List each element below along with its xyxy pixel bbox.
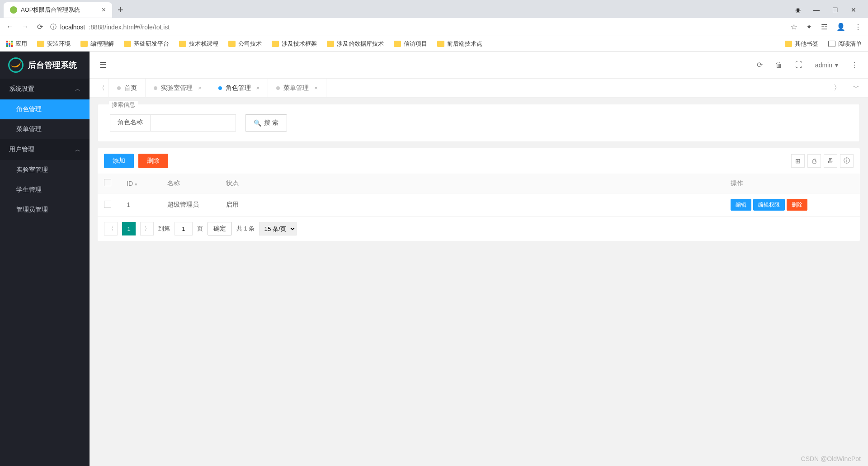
close-tab-icon[interactable]: × <box>198 85 202 91</box>
minimize-icon[interactable]: — <box>813 6 820 14</box>
account-icon[interactable]: ◉ <box>795 6 801 14</box>
bookmark-item[interactable]: 公司技术 <box>228 40 262 48</box>
tab-role[interactable]: 角色管理× <box>210 79 269 97</box>
favicon <box>10 6 17 14</box>
extensions-icon[interactable]: ✦ <box>806 23 812 31</box>
delete-button[interactable]: 删除 <box>138 154 168 168</box>
page-tabs: 〈 首页 实验室管理× 角色管理× 菜单管理× 〉 ﹀ <box>90 79 868 98</box>
svg-rect-5 <box>11 43 13 45</box>
sidebar-group-user[interactable]: 用户管理 ︿ <box>0 139 90 160</box>
bookmark-item[interactable]: 基础研发平台 <box>124 40 169 48</box>
maximize-icon[interactable]: ☐ <box>832 6 838 14</box>
field-label-role-name: 角色名称 <box>110 114 150 132</box>
close-tab-icon[interactable]: × <box>256 85 260 91</box>
star-icon[interactable]: ☆ <box>791 23 797 31</box>
sidebar-item-menu[interactable]: 菜单管理 <box>0 119 90 139</box>
tabs-scroll-right-icon[interactable]: 〉 <box>831 83 844 93</box>
cell-name: 超级管理员 <box>161 193 220 217</box>
folder-icon <box>437 41 444 47</box>
bookmark-item[interactable]: 信访项目 <box>394 40 427 48</box>
edit-perm-button[interactable]: 编辑权限 <box>753 199 785 211</box>
info-icon[interactable]: ⓘ <box>50 23 57 31</box>
role-name-input[interactable] <box>150 114 236 132</box>
bookmark-item[interactable]: 安装环境 <box>37 40 71 48</box>
export-icon[interactable]: ⎙ <box>807 154 821 168</box>
per-page-select[interactable]: 15 条/页 <box>259 222 297 235</box>
folder-icon <box>80 41 88 47</box>
profile-icon[interactable]: 👤 <box>836 23 845 31</box>
sort-icon[interactable]: ♦ <box>135 181 137 187</box>
browser-tab[interactable]: AOP权限后台管理系统 × <box>4 2 112 18</box>
tabs-scroll-left-icon[interactable]: 〈 <box>95 84 108 92</box>
add-button[interactable]: 添加 <box>104 154 134 168</box>
chevron-up-icon: ︿ <box>75 146 80 154</box>
page-number[interactable]: 1 <box>122 222 136 235</box>
bookmark-item[interactable]: 技术栈课程 <box>179 40 218 48</box>
bookmark-item[interactable]: 前后端技术点 <box>437 40 482 48</box>
row-checkbox[interactable] <box>104 201 111 208</box>
sidebar-group-system[interactable]: 系统设置 ︿ <box>0 79 90 99</box>
folder-icon <box>124 41 131 47</box>
logo-icon <box>8 57 24 73</box>
svg-rect-2 <box>11 41 13 42</box>
print-icon[interactable]: 🖶 <box>824 154 837 168</box>
menu-icon[interactable]: ⋮ <box>854 23 862 31</box>
close-tab-icon[interactable]: × <box>102 6 106 14</box>
svg-rect-7 <box>9 45 10 47</box>
other-bookmarks[interactable]: 其他书签 <box>785 40 818 48</box>
tab-home[interactable]: 首页 <box>108 79 146 97</box>
svg-rect-4 <box>9 43 10 45</box>
sidebar-item-admin[interactable]: 管理员管理 <box>0 200 90 220</box>
address-bar[interactable]: ⓘ localhost:8888/index.html#//role/toLis… <box>50 23 783 31</box>
close-window-icon[interactable]: ✕ <box>851 6 856 14</box>
url-path: :8888/index.html#//role/toList <box>89 24 170 31</box>
columns-icon[interactable]: ⊞ <box>791 154 805 168</box>
logo[interactable]: 后台管理系统 <box>0 52 90 79</box>
row-delete-button[interactable]: 删除 <box>787 199 807 211</box>
bookmark-item[interactable]: 涉及的数据库技术 <box>327 40 384 48</box>
bookmark-item[interactable]: 编程理解 <box>80 40 114 48</box>
new-tab-button[interactable]: + <box>118 4 123 16</box>
edit-button[interactable]: 编辑 <box>731 199 751 211</box>
folder-icon <box>272 41 279 47</box>
bookmark-item[interactable]: 涉及技术框架 <box>272 40 317 48</box>
more-icon[interactable]: ⋮ <box>851 61 858 69</box>
goto-page-input[interactable] <box>175 222 193 235</box>
tab-lab[interactable]: 实验室管理× <box>146 79 210 97</box>
cell-id: 1 <box>120 193 161 217</box>
select-all-checkbox[interactable] <box>104 179 111 186</box>
apps-bookmark[interactable]: 应用 <box>6 40 27 48</box>
search-panel: 搜索信息 角色名称 🔍 搜 索 <box>98 104 860 142</box>
fullscreen-icon[interactable]: ⛶ <box>795 61 802 69</box>
dot-icon <box>218 86 222 90</box>
sidebar-toggle-icon[interactable]: ☰ <box>99 60 107 70</box>
folder-icon <box>394 41 401 47</box>
tab-menu[interactable]: 菜单管理× <box>268 79 326 97</box>
tabs-dropdown-icon[interactable]: ﹀ <box>850 83 863 93</box>
tab-title: AOP权限后台管理系统 <box>21 6 80 14</box>
sidebar-item-lab[interactable]: 实验室管理 <box>0 160 90 180</box>
search-legend: 搜索信息 <box>109 101 138 109</box>
chevron-up-icon: ︿ <box>75 85 80 93</box>
reading-list[interactable]: 阅读清单 <box>828 40 862 48</box>
svg-rect-6 <box>6 45 8 47</box>
back-icon[interactable]: ← <box>6 23 14 31</box>
goto-confirm-button[interactable]: 确定 <box>208 222 232 235</box>
refresh-icon[interactable]: ⟳ <box>757 61 763 69</box>
info-icon[interactable]: ⓘ <box>840 154 854 168</box>
trash-icon[interactable]: 🗑 <box>775 61 783 69</box>
reading-list-icon[interactable]: ☲ <box>821 23 827 31</box>
cell-status: 启用 <box>220 193 724 217</box>
dot-icon <box>276 86 280 90</box>
search-button[interactable]: 🔍 搜 索 <box>245 114 287 132</box>
prev-page-button[interactable]: 〈 <box>104 222 118 235</box>
close-tab-icon[interactable]: × <box>314 85 318 91</box>
svg-rect-8 <box>11 45 13 47</box>
reload-icon[interactable]: ⟳ <box>37 23 43 31</box>
next-page-button[interactable]: 〉 <box>140 222 154 235</box>
forward-icon[interactable]: → <box>22 23 29 31</box>
sidebar-item-student[interactable]: 学生管理 <box>0 180 90 200</box>
sidebar-item-role[interactable]: 角色管理 <box>0 99 90 119</box>
user-dropdown[interactable]: admin ▾ <box>815 61 838 69</box>
url-host: localhost <box>60 24 85 31</box>
